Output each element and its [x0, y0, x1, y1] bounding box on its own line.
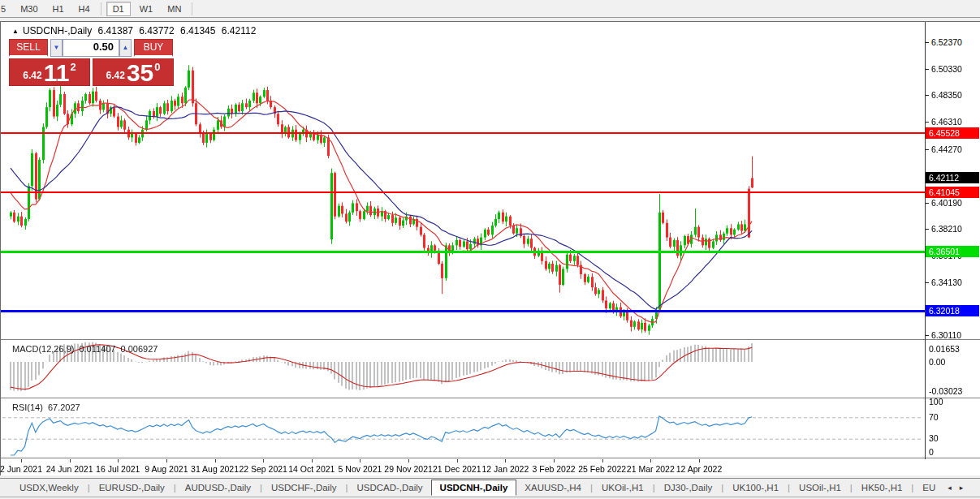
date-label: 29 Nov 2021 — [384, 464, 433, 474]
price-tick: 6.48350 — [931, 90, 962, 100]
date-label: 2 Jun 2021 — [0, 464, 42, 474]
date-tick — [699, 459, 700, 462]
timeframe-button-w1[interactable]: W1 — [134, 2, 159, 15]
tab-separator: | — [88, 483, 90, 493]
timeframe-button-h1[interactable]: H1 — [47, 2, 70, 15]
collapse-triangle-icon[interactable]: ▲ — [12, 28, 19, 35]
pane-divider[interactable] — [1, 339, 980, 341]
date-label: 9 Aug 2021 — [145, 464, 188, 474]
chart-tab-xauusd-h4[interactable]: XAUUSD-,H4 — [516, 480, 589, 495]
chart-symbol-label: USDCNH-,Daily — [23, 25, 92, 37]
resistance-line-6.41045[interactable] — [1, 191, 925, 193]
chart-tab-uk100-h1[interactable]: UK100-,H1 — [724, 480, 787, 495]
chart-tab-audusd-daily[interactable]: AUDUSD-,Daily — [177, 480, 259, 495]
date-label: 21 Mar 2022 — [627, 464, 675, 474]
date-tick — [21, 459, 22, 462]
date-axis: 2 Jun 202124 Jun 202116 Jul 20219 Aug 20… — [1, 459, 980, 475]
sell-price-display[interactable]: 6.42 11 2 — [9, 58, 90, 86]
chart-tab-usdchf-daily[interactable]: USDCHF-,Daily — [263, 480, 345, 495]
chart-tab-eu[interactable]: EU — [914, 480, 943, 495]
date-tick — [554, 459, 555, 462]
chart-tab-usdcnh-daily[interactable]: USDCNH-,Daily — [431, 480, 517, 496]
chart-tab-dj30-daily[interactable]: DJ30-,Daily — [656, 480, 720, 495]
tab-separator: | — [260, 483, 262, 493]
volume-increase-button[interactable]: ▲ — [119, 39, 132, 57]
tab-scroll-right-button[interactable]: ▸ — [956, 484, 968, 492]
ohlc-low: 6.41345 — [180, 25, 215, 37]
macd-name: MACD(12,26,9) — [12, 344, 74, 354]
date-tick — [505, 459, 506, 462]
one-click-trading-panel: SELL ▼ 0.50 ▲ BUY 6.42 11 2 6.42 35 0 — [9, 39, 174, 86]
rsi-axis-label: 30 — [929, 433, 939, 443]
tab-separator: | — [721, 483, 723, 493]
rsi-indicator-label: RSI(14)67.2027 — [12, 402, 85, 412]
date-tick — [650, 459, 651, 462]
chart-tab-usdcad-daily[interactable]: USDCAD-,Daily — [348, 480, 430, 495]
price-tick: 6.46310 — [931, 117, 962, 127]
tab-scroll-left-button[interactable]: ◂ — [943, 484, 956, 492]
date-tick — [360, 459, 360, 462]
timeframe-button-m30[interactable]: M30 — [15, 2, 43, 15]
price-axis-separator — [925, 22, 926, 459]
date-tick — [312, 459, 313, 462]
mt4-terminal: 5M30H1H4D1W1MN ▲USDCNH-,Daily 6.41387 6.… — [0, 0, 980, 499]
date-label: 12 Jan 2022 — [481, 464, 529, 474]
macd-signal-value: 0.006927 — [121, 344, 158, 354]
timeframe-button-h4[interactable]: H4 — [73, 2, 96, 15]
date-label: 21 Dec 2021 — [433, 464, 481, 474]
date-tick — [166, 459, 167, 462]
tab-separator: | — [850, 483, 853, 493]
price-tick: 6.38210 — [931, 224, 962, 234]
sell-price-prefix: 6.42 — [23, 70, 41, 81]
volume-decrease-button[interactable]: ▼ — [50, 39, 63, 57]
ohlc-open: 6.41387 — [98, 25, 133, 37]
price-tick: 6.52370 — [931, 37, 962, 47]
ohlc-high: 6.43772 — [139, 25, 174, 37]
rsi-axis-label: 0 — [929, 447, 934, 457]
price-tick: 6.34130 — [931, 277, 962, 287]
support-line-6.32018[interactable] — [1, 310, 925, 312]
date-tick — [457, 459, 458, 462]
level-price-label: 6.36501 — [926, 246, 979, 257]
date-tick — [70, 459, 71, 462]
volume-input[interactable]: 0.50 — [63, 39, 119, 57]
rsi-name: RSI(14) — [12, 402, 43, 412]
chart-tab-hk50-h1[interactable]: HK50-,H1 — [853, 480, 911, 495]
timeframe-button-mn[interactable]: MN — [162, 2, 187, 15]
resistance-line-6.45528[interactable] — [1, 132, 925, 134]
chart-tab-usdx-weekly[interactable]: USDX,Weekly — [11, 480, 87, 495]
tab-separator: | — [174, 483, 176, 493]
toolbar-separator — [192, 2, 192, 15]
date-label: 12 Apr 2022 — [676, 464, 723, 474]
price-tick: 6.44270 — [931, 144, 962, 154]
buy-price-pip: 0 — [154, 61, 160, 73]
chart-tab-eurusd-daily[interactable]: EURUSD-,Daily — [91, 480, 173, 495]
level-price-label: 6.32018 — [926, 305, 979, 316]
pane-divider[interactable] — [1, 398, 980, 399]
buy-price-display[interactable]: 6.42 35 0 — [93, 58, 174, 86]
sell-button[interactable]: SELL — [9, 39, 48, 57]
sell-price-main: 11 — [44, 62, 70, 84]
macd-main-value: 0.011407 — [79, 344, 115, 354]
price-chart-canvas[interactable] — [1, 22, 925, 459]
macd-axis-label: 0.01653 — [929, 344, 960, 354]
support-line-6.36501[interactable] — [1, 251, 925, 253]
buy-button[interactable]: BUY — [134, 39, 173, 57]
macd-indicator-label: MACD(12,26,9)0.0114070.006927 — [12, 344, 162, 354]
timeframe-button-d1[interactable]: D1 — [106, 2, 131, 16]
date-tick — [408, 459, 409, 462]
rsi-axis-label: 70 — [929, 412, 939, 422]
tab-separator: | — [653, 483, 655, 493]
tab-separator: | — [911, 483, 913, 493]
chart-tab-usoil-h1[interactable]: USOil-,H1 — [791, 480, 849, 495]
date-label: 25 Feb 2022 — [578, 464, 626, 474]
chart-tab-ukoil-h1[interactable]: UKOil-,H1 — [594, 480, 652, 495]
date-label: 16 Jul 2021 — [96, 464, 140, 474]
timeframe-button-5[interactable]: 5 — [0, 2, 11, 15]
date-label: 3 Feb 2022 — [532, 464, 575, 474]
date-tick — [118, 459, 119, 462]
level-price-label: 6.41045 — [926, 187, 979, 198]
tab-separator: | — [788, 483, 790, 493]
buy-price-main: 35 — [127, 62, 153, 84]
date-label: 31 Aug 2021 — [191, 464, 239, 474]
